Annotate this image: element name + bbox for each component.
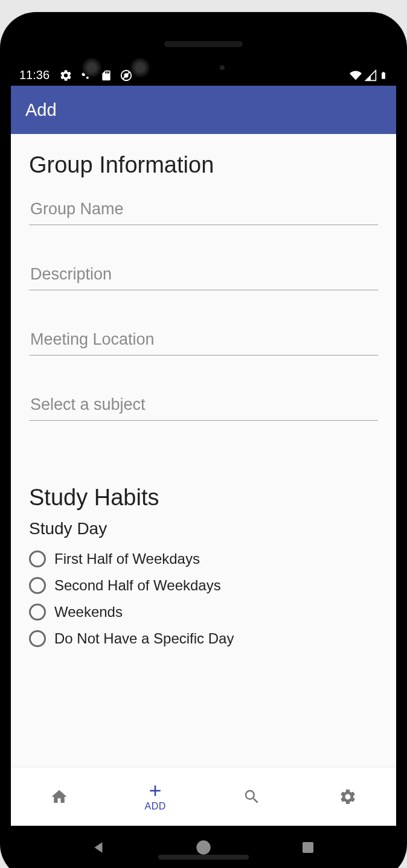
phone-camera xyxy=(82,58,101,77)
gear-icon xyxy=(59,69,72,82)
app-bar-title: Add xyxy=(25,100,57,120)
study-habits-heading: Study Habits xyxy=(29,485,378,511)
svg-point-4 xyxy=(196,840,210,854)
battery-icon xyxy=(379,69,388,82)
radio-label: Second Half of Weekdays xyxy=(54,577,221,594)
phone-speaker-bottom xyxy=(158,855,249,860)
nav-add-label: ADD xyxy=(145,801,166,812)
content: Group Information Study Habits Study Day… xyxy=(11,134,396,768)
radio-label: Weekends xyxy=(54,604,123,621)
study-day-radio-group: First Half of Weekdays Second Half of We… xyxy=(29,546,378,652)
nav-search[interactable] xyxy=(204,768,300,826)
radio-option-second-half[interactable]: Second Half of Weekdays xyxy=(29,572,378,599)
description-input[interactable] xyxy=(29,260,378,290)
phone-sensor xyxy=(220,65,225,70)
nav-add[interactable]: ADD xyxy=(107,768,204,826)
radio-icon xyxy=(29,604,46,621)
phone-camera xyxy=(130,58,150,77)
phone-frame: 11:36 xyxy=(0,12,407,868)
system-nav xyxy=(11,826,396,868)
radio-label: First Half of Weekdays xyxy=(54,550,200,567)
plus-icon xyxy=(146,782,164,800)
search-icon xyxy=(243,788,261,806)
system-recent-button[interactable] xyxy=(298,838,318,857)
study-day-label: Study Day xyxy=(29,519,378,538)
radio-icon xyxy=(29,550,46,567)
meeting-location-input[interactable] xyxy=(29,325,378,356)
status-bar: 11:36 xyxy=(11,23,396,86)
nav-home[interactable] xyxy=(11,768,107,826)
group-name-input[interactable] xyxy=(29,195,378,225)
sd-card-icon xyxy=(100,69,112,81)
radio-option-weekends[interactable]: Weekends xyxy=(29,599,378,625)
group-information-heading: Group Information xyxy=(29,152,378,178)
radio-option-no-specific[interactable]: Do Not Have a Specific Day xyxy=(29,625,378,652)
subject-select[interactable] xyxy=(29,391,378,421)
home-icon xyxy=(50,788,68,806)
status-right xyxy=(349,69,388,82)
system-back-button[interactable] xyxy=(89,838,109,857)
phone-speaker xyxy=(164,41,243,47)
app-bar: Add xyxy=(11,86,396,134)
radio-label: Do Not Have a Specific Day xyxy=(54,630,234,647)
wifi-icon xyxy=(349,69,362,81)
cellular-icon xyxy=(365,69,377,81)
svg-rect-5 xyxy=(303,842,313,853)
radio-icon xyxy=(29,630,46,647)
nav-settings[interactable] xyxy=(300,768,397,826)
status-left: 11:36 xyxy=(19,68,133,82)
gear-icon xyxy=(339,788,357,806)
status-time: 11:36 xyxy=(19,68,50,82)
radio-option-first-half[interactable]: First Half of Weekdays xyxy=(29,546,378,572)
bottom-nav: ADD xyxy=(11,768,396,826)
phone-screen: 11:36 xyxy=(11,23,396,868)
radio-icon xyxy=(29,577,46,594)
